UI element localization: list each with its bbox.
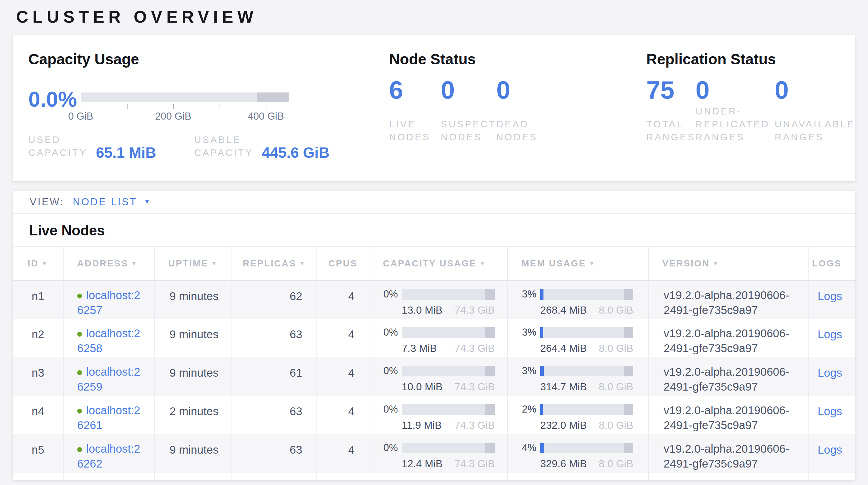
node-memory-cell: 4% 329.6 MiB 8.0 GiB: [507, 434, 648, 473]
column-header-label: ID: [28, 258, 39, 268]
page-title: CLUSTER OVERVIEW: [0, 0, 868, 27]
logs-link[interactable]: Logs: [817, 366, 842, 379]
column-header[interactable]: UPTIME▼: [154, 247, 232, 280]
usable-capacity-label: USABLE CAPACITY: [194, 133, 253, 159]
node-cpus-cell: 4: [317, 357, 369, 396]
replication-status-heading: Replication Status: [647, 52, 855, 66]
column-header-label: LOGS: [812, 258, 841, 268]
live-nodes-table-foot: [13, 473, 855, 480]
memory-bar-fill: [540, 289, 544, 300]
capacity-total-value: 74.3 GiB: [454, 419, 495, 431]
node-address-link[interactable]: localhost:26257: [77, 289, 140, 316]
capacity-total-value: 74.3 GiB: [454, 458, 495, 470]
capacity-axis: 0 GiB 200 GiB 400 GiB: [81, 102, 289, 120]
memory-total-value: 8.0 GiB: [599, 458, 633, 470]
node-row: n2 localhost:26258 9 minutes 63 4 0% 7.3…: [13, 319, 855, 357]
axis-label: 400 GiB: [248, 111, 284, 122]
node-list-card: VIEW: NODE LIST ▼ Live Nodes ID▼ ADDRESS…: [13, 191, 855, 480]
view-selector[interactable]: NODE LIST: [73, 196, 137, 208]
live-nodes-table-header: ID▼ ADDRESS▼ UPTIME▼ REPLICAS▼ CPUS CAPA…: [13, 247, 855, 280]
suspect-nodes-count: 0: [441, 77, 496, 103]
logs-link[interactable]: Logs: [817, 443, 842, 456]
node-id-cell: n3: [13, 357, 63, 396]
column-header-label: UPTIME: [168, 258, 208, 268]
node-uptime-cell: 9 minutes: [154, 319, 232, 357]
node-logs-cell: Logs: [808, 357, 855, 396]
chevron-down-icon[interactable]: ▼: [144, 198, 151, 205]
header-row: ID▼ ADDRESS▼ UPTIME▼ REPLICAS▼ CPUS CAPA…: [13, 247, 855, 280]
under-replicated-ranges-stat: 0 UNDER- REPLICATED RANGES: [695, 77, 775, 144]
capacity-total-value: 74.3 GiB: [454, 342, 495, 354]
replication-stats: 75 TOTAL RANGES 0 UNDER- REPLICATED RANG…: [647, 77, 855, 144]
logs-link[interactable]: Logs: [817, 405, 842, 418]
node-id-cell: n1: [13, 280, 63, 319]
node-uptime-cell: 9 minutes: [154, 280, 232, 319]
axis-tick: [81, 104, 82, 109]
memory-total-value: 8.0 GiB: [599, 342, 633, 354]
column-header[interactable]: ADDRESS▼: [63, 247, 154, 280]
memory-used-value: 268.4 MiB: [540, 304, 587, 316]
node-status-section: Node Status 6 LIVE NODES 0 SUSPECT NODES: [389, 52, 646, 181]
capacity-bar-track: [402, 443, 495, 453]
node-row: n4 localhost:26261 2 minutes 63 4 0% 11.…: [13, 396, 855, 434]
node-capacity-cell: 0% 12.4 MiB 74.3 GiB: [369, 434, 507, 473]
capacity-usage-heading: Capacity Usage: [28, 52, 389, 66]
capacity-usage-gauge: 0.0% 0 GiB 200 GiB 400 GiB: [28, 89, 389, 120]
capacity-bar-track: [402, 289, 495, 300]
column-header[interactable]: VERSION▼: [648, 247, 808, 280]
node-logs-cell: Logs: [808, 434, 855, 473]
node-version-cell: v19.2.0-alpha.20190606-2491-gfe735c9a97: [648, 357, 808, 396]
logs-link[interactable]: Logs: [817, 328, 842, 340]
node-row: n3 localhost:26259 9 minutes 61 4 0% 10.…: [13, 357, 855, 396]
live-nodes-stat: 6 LIVE NODES: [389, 77, 441, 144]
sort-descending-icon: ▼: [211, 260, 218, 267]
column-header[interactable]: CAPACITY USAGE▼: [369, 247, 507, 280]
column-header-label: ADDRESS: [77, 258, 128, 268]
capacity-used-value: 13.0 MiB: [402, 304, 442, 316]
column-header[interactable]: ID▼: [13, 247, 63, 280]
memory-percent: 3%: [520, 326, 540, 338]
node-address-link[interactable]: localhost:26261: [77, 404, 140, 431]
memory-bar-track: [540, 443, 633, 453]
capacity-total-value: 74.3 GiB: [454, 381, 495, 393]
total-ranges-count: 75: [647, 77, 695, 103]
cluster-summary-card: Capacity Usage 0.0% 0 GiB 200 GiB: [13, 35, 855, 181]
node-logs-cell: Logs: [808, 319, 855, 357]
unavailable-label: UNAVAILABLE RANGES: [775, 118, 855, 144]
suspect-nodes-label: SUSPECT NODES: [441, 118, 496, 144]
column-header-label: MEM USAGE: [522, 258, 586, 268]
node-address-link[interactable]: localhost:26262: [77, 442, 140, 470]
logs-link[interactable]: Logs: [817, 290, 842, 302]
node-address-cell: localhost:26257: [63, 280, 154, 319]
column-header[interactable]: MEM USAGE▼: [507, 247, 648, 280]
sort-descending-icon: ▼: [713, 260, 719, 267]
capacity-bar-track: [402, 404, 495, 415]
total-ranges-label: TOTAL RANGES: [647, 118, 695, 144]
used-capacity-label: USED CAPACITY: [28, 133, 88, 159]
unavailable-count: 0: [775, 77, 855, 103]
axis-tick: [127, 104, 128, 109]
live-nodes-table: ID▼ ADDRESS▼ UPTIME▼ REPLICAS▼ CPUS CAPA…: [13, 247, 855, 480]
dead-nodes-count: 0: [496, 77, 548, 103]
column-header[interactable]: REPLICAS▼: [232, 247, 317, 280]
memory-percent: 3%: [520, 365, 540, 377]
capacity-used-value: 10.0 MiB: [402, 381, 442, 393]
node-healthy-icon: [77, 332, 82, 337]
replication-status-section: Replication Status 75 TOTAL RANGES 0 UND…: [647, 52, 855, 181]
node-memory-cell: 2% 232.0 MiB 8.0 GiB: [507, 396, 648, 434]
axis-tick: [173, 104, 174, 109]
live-nodes-table-body: n1 localhost:26257 9 minutes 62 4 0% 13.…: [13, 280, 855, 473]
node-replicas-cell: 62: [232, 280, 317, 319]
node-address-link[interactable]: localhost:26259: [77, 365, 140, 393]
live-nodes-count: 6: [389, 77, 441, 103]
memory-used-value: 264.4 MiB: [540, 342, 587, 354]
memory-total-value: 8.0 GiB: [599, 381, 633, 393]
capacity-used-value: 11.9 MiB: [402, 419, 442, 431]
memory-used-value: 329.6 MiB: [540, 458, 587, 470]
sort-descending-icon: ▼: [131, 260, 138, 267]
capacity-percent: 0%: [382, 403, 402, 415]
sort-descending-icon: ▼: [479, 260, 486, 267]
usable-capacity-value: 445.6 GiB: [261, 145, 330, 160]
usable-capacity-stat: USABLE CAPACITY 445.6 GiB: [194, 133, 330, 159]
node-address-link[interactable]: localhost:26258: [77, 327, 140, 354]
